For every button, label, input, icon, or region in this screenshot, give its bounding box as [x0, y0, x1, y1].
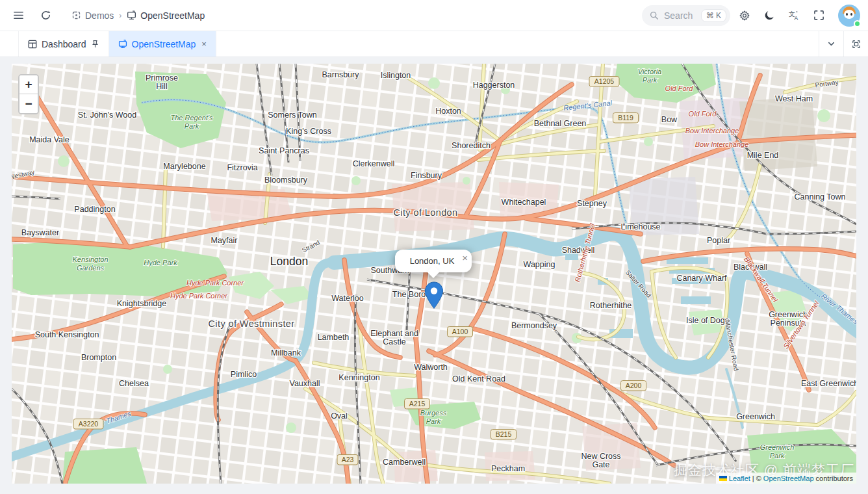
- screen-icon: [127, 10, 136, 20]
- tab-list-dropdown-button[interactable]: [819, 31, 843, 57]
- gear-icon: [739, 10, 750, 21]
- map-label: Fitzrovia: [227, 163, 257, 172]
- map-label: Old Ford: [665, 84, 694, 92]
- attribution-suffix: contributors: [816, 474, 853, 482]
- map-label: Maida Vale: [29, 135, 70, 144]
- road-shield: B119: [613, 113, 639, 124]
- map-label: Shoreditch: [452, 141, 491, 150]
- map-marker[interactable]: [424, 281, 444, 312]
- breadcrumb-demos[interactable]: Demos: [71, 10, 114, 21]
- tab-close-button[interactable]: ×: [201, 39, 207, 49]
- map-label: Somers Town: [268, 110, 317, 120]
- sidebar-toggle-button[interactable]: [8, 5, 29, 26]
- dashboard-icon: [28, 40, 37, 49]
- zoom-out-button[interactable]: −: [19, 94, 38, 113]
- dark-mode-toggle[interactable]: [759, 5, 780, 26]
- fullscreen-button[interactable]: [808, 5, 829, 26]
- map-label: Stepney: [577, 199, 607, 208]
- search-shortcut-badge: ⌘ K: [701, 9, 726, 22]
- map-label: East Greenwich: [801, 379, 856, 388]
- map-label: Islington: [381, 71, 411, 80]
- map-label: Greenwich: [736, 412, 775, 421]
- map-label: Old Ford: [689, 110, 717, 118]
- road-shield: A3220: [73, 419, 103, 430]
- svg-text:B215: B215: [496, 430, 512, 438]
- map-label: Bow Interchange: [695, 140, 749, 148]
- map-label: Limehouse: [620, 222, 660, 231]
- map-label: Bermondsey: [511, 321, 557, 330]
- popup-close-button[interactable]: ×: [462, 251, 468, 265]
- map-label: South Kensington: [35, 330, 99, 339]
- refresh-button[interactable]: [35, 5, 56, 26]
- map-label: Whitechapel: [502, 198, 546, 207]
- road-shield: B215: [491, 430, 517, 440]
- road-shield: A100: [448, 327, 473, 337]
- settings-button[interactable]: [734, 5, 755, 26]
- user-avatar[interactable]: [838, 5, 860, 27]
- map-label: Camberwell: [383, 458, 426, 467]
- map-label: Wapping: [524, 260, 555, 269]
- map-label: Canning Town: [795, 192, 846, 202]
- language-switch-button[interactable]: 文A: [784, 5, 804, 26]
- map-label: KensingtonGardens: [72, 255, 108, 272]
- map-label: Barnsbury: [322, 70, 360, 79]
- map-label: Bow: [661, 115, 678, 124]
- map-container[interactable]: BarnsburyIslingtonHaggerstonPrimroseHill…: [12, 64, 856, 484]
- road-shield: A23: [337, 455, 358, 465]
- map-label: Walworth: [414, 363, 448, 372]
- tab-dashboard[interactable]: Dashboard: [18, 31, 109, 57]
- fullscreen-icon: [813, 10, 824, 21]
- map-label: Peckham: [491, 464, 525, 473]
- map-label: Saint Pancras: [259, 146, 309, 155]
- svg-text:A: A: [794, 15, 798, 21]
- map-label: Hyde Park: [144, 259, 177, 266]
- breadcrumb: Demos › OpenStreetMap: [71, 10, 205, 21]
- map-label: Lambeth: [318, 333, 350, 342]
- app-header: Demos › OpenStreetMap Search ⌘ K 文A: [0, 0, 868, 31]
- map-label: Mile End: [747, 151, 779, 160]
- map-label: London: [270, 255, 308, 268]
- tab-bar: Dashboard OpenStreetMap ×: [0, 31, 868, 57]
- map-label: Hyde Park Corner: [186, 279, 244, 287]
- search-input[interactable]: Search ⌘ K: [642, 5, 730, 26]
- map-label: Pimlico: [231, 370, 257, 379]
- refresh-icon: [40, 10, 51, 21]
- map-label: Knightsbridge: [117, 299, 166, 308]
- hamburger-icon: [13, 10, 24, 21]
- zoom-in-button[interactable]: +: [19, 75, 38, 94]
- map-label: Haggerston: [473, 81, 515, 90]
- map-label: Bayswater: [21, 228, 59, 237]
- openstreetmap-link[interactable]: OpenStreetMap: [763, 474, 814, 482]
- svg-text:A215: A215: [409, 400, 426, 408]
- tab-openstreetmap[interactable]: OpenStreetMap ×: [109, 31, 216, 57]
- map-label: City of Westminster: [208, 318, 294, 329]
- map-label: Canary Wharf: [676, 274, 727, 283]
- search-placeholder: Search: [664, 10, 693, 21]
- zoom-control: + −: [18, 74, 39, 114]
- road-shield: A200: [621, 381, 646, 391]
- online-status-badge: [854, 20, 861, 27]
- search-icon: [650, 11, 659, 20]
- map-label: Millbank: [271, 348, 301, 358]
- map-label: Bloomsbury: [264, 176, 308, 185]
- map-label: Hyde Park Corner: [170, 292, 228, 300]
- content-maximize-button[interactable]: [843, 31, 868, 57]
- breadcrumb-current[interactable]: OpenStreetMap: [127, 10, 205, 21]
- map-label: Vauxhall: [289, 379, 320, 388]
- map-label: City of London: [393, 207, 457, 218]
- map-label: Kennington: [338, 373, 379, 382]
- map-popup: London, UK ×: [395, 250, 472, 276]
- pin-icon[interactable]: [91, 40, 99, 48]
- svg-text:B119: B119: [618, 114, 633, 122]
- map-label: Bethnal Green: [534, 119, 587, 128]
- tab-dashboard-label: Dashboard: [42, 39, 86, 49]
- road-shield: A1205: [589, 77, 619, 87]
- map-label: Oval: [331, 411, 348, 421]
- maximize-icon: [852, 40, 861, 49]
- popup-title: London, UK: [410, 256, 455, 266]
- screen-icon: [118, 40, 127, 49]
- breadcrumb-demos-label: Demos: [85, 10, 114, 21]
- map-label: Rotherhithe: [590, 301, 632, 310]
- leaflet-link[interactable]: Leaflet: [729, 474, 750, 482]
- breadcrumb-separator-icon: ›: [119, 11, 121, 20]
